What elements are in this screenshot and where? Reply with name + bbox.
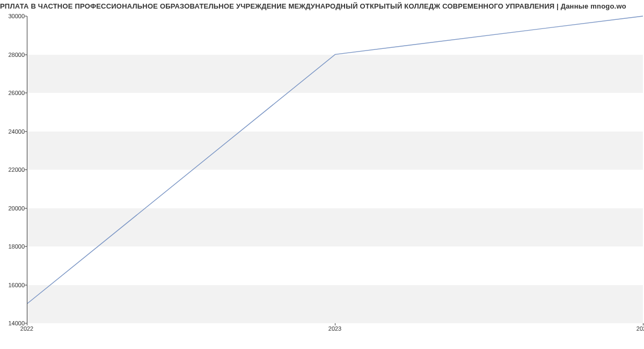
x-tick-label: 2024 — [636, 325, 644, 332]
x-tick-mark — [643, 323, 643, 325]
y-tick-mark — [25, 170, 27, 170]
x-tick-mark — [27, 323, 27, 325]
chart-container: РПЛАТА В ЧАСТНОЕ ПРОФЕССИОНАЛЬНОЕ ОБРАЗО… — [0, 0, 644, 349]
y-tick-label: 18000 — [1, 243, 25, 250]
x-tick-mark — [335, 323, 335, 325]
y-tick-label: 28000 — [1, 52, 25, 58]
y-tick-label: 16000 — [1, 282, 25, 288]
y-tick-label: 24000 — [1, 128, 25, 135]
y-tick-mark — [25, 208, 27, 208]
y-tick-label: 30000 — [1, 13, 25, 19]
chart-title: РПЛАТА В ЧАСТНОЕ ПРОФЕССИОНАЛЬНОЕ ОБРАЗО… — [0, 2, 644, 10]
y-tick-label: 22000 — [1, 166, 25, 173]
y-tick-mark — [25, 246, 27, 247]
y-tick-mark — [25, 54, 27, 55]
y-tick-mark — [25, 16, 27, 17]
x-tick-label: 2022 — [20, 325, 33, 332]
series-line — [27, 16, 643, 303]
x-tick-label: 2023 — [328, 325, 341, 332]
y-tick-label: 26000 — [1, 90, 25, 96]
y-tick-label: 20000 — [1, 205, 25, 212]
y-tick-mark — [25, 93, 27, 93]
line-series-svg — [27, 16, 643, 323]
plot-area — [27, 16, 643, 323]
y-tick-mark — [25, 131, 27, 132]
y-tick-mark — [25, 285, 27, 285]
